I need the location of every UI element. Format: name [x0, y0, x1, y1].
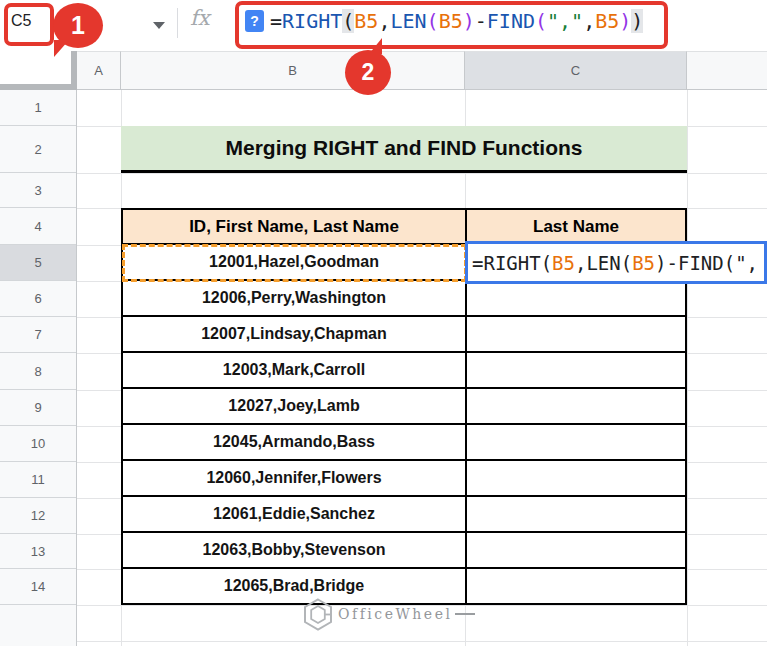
divider	[177, 8, 178, 38]
row-header-3[interactable]: 3	[0, 173, 76, 208]
formula-token: (	[535, 9, 547, 33]
watermark-dash	[455, 613, 475, 615]
cell-formula-token: ,LEN(	[575, 252, 632, 274]
cell-c8[interactable]	[467, 353, 685, 389]
formula-input[interactable]: = RIGHT ( B5 , LEN ( B5 ) - FIND ( "," ,…	[270, 2, 643, 40]
cell-formula-token: B5	[632, 252, 655, 274]
cell-b11[interactable]: 12060,Jennifer,Flowers	[123, 461, 467, 497]
formula-token: -	[475, 9, 487, 33]
cell-c11[interactable]	[467, 461, 685, 497]
row-header-12[interactable]: 12	[0, 498, 76, 534]
cell-b5[interactable]: 12001,Hazel,Goodman	[123, 245, 467, 281]
column-header-c[interactable]: C	[465, 51, 687, 90]
active-cell-editor[interactable]: =RIGHT( B5 ,LEN( B5 )-FIND(",	[465, 241, 767, 284]
balloon-tail	[54, 40, 69, 57]
row-header-11[interactable]: 11	[0, 462, 76, 498]
row-header-1[interactable]: 1	[0, 90, 76, 126]
formula-token: (	[427, 9, 439, 33]
cell-c12[interactable]	[467, 497, 685, 533]
formula-token: ,	[378, 9, 390, 33]
officewheel-logo-icon	[303, 598, 333, 631]
column-header-b[interactable]: B	[121, 51, 465, 90]
cell-c9[interactable]	[467, 389, 685, 425]
cell-c13[interactable]	[467, 533, 685, 569]
cell-b8[interactable]: 12003,Mark,Carroll	[123, 353, 467, 389]
formula-token: )	[619, 9, 631, 33]
formula-token: B5	[439, 9, 463, 33]
formula-token: FIND	[487, 9, 535, 33]
formula-token: =	[270, 9, 282, 33]
formula-token: )	[463, 9, 475, 33]
row-header-14[interactable]: 14	[0, 569, 76, 605]
annotation-number: 2	[362, 59, 375, 86]
cell-c6[interactable]	[467, 281, 685, 317]
watermark: OfficeWheel	[303, 596, 475, 632]
gridline	[77, 641, 767, 642]
cell-b7[interactable]: 12007,Lindsay,Chapman	[123, 317, 467, 353]
column-header-d[interactable]	[687, 51, 767, 90]
name-box[interactable]: C5	[11, 12, 31, 30]
formula-token: B5	[595, 9, 619, 33]
row-header-6[interactable]: 6	[0, 281, 76, 317]
cell-formula-token: )-FIND(",	[655, 252, 758, 274]
function-help-icon[interactable]: ?	[245, 10, 264, 32]
chevron-down-icon[interactable]	[153, 22, 165, 29]
row-header-2[interactable]: 2	[0, 126, 76, 173]
gridline	[77, 173, 767, 174]
cell-c7[interactable]	[467, 317, 685, 353]
fx-icon: fx	[190, 6, 210, 30]
formula-token: ,	[583, 9, 595, 33]
row-header-column: 1 2 3 4 5 6 7 8 9 10 11 12 13 14	[0, 90, 77, 646]
step-annotation-1: 1	[53, 3, 103, 48]
formula-toolbar: C5 fx ? = RIGHT ( B5 , LEN ( B5 ) - FIND…	[0, 0, 767, 51]
row-header-5[interactable]: 5	[0, 245, 76, 281]
cell-b12[interactable]: 12061,Eddie,Sanchez	[123, 497, 467, 533]
balloon-tail	[369, 38, 382, 54]
row-header-8[interactable]: 8	[0, 353, 76, 390]
cell-b9[interactable]: 12027,Joey,Lamb	[123, 389, 467, 425]
step-annotation-2: 2	[345, 50, 391, 95]
cell-formula-token: B5	[552, 252, 575, 274]
column-header-a[interactable]: A	[77, 51, 121, 90]
cell-b6[interactable]: 12006,Perry,Washington	[123, 281, 467, 317]
watermark-text: OfficeWheel	[338, 606, 452, 622]
row-header-13[interactable]: 13	[0, 534, 76, 569]
row-header-blank[interactable]	[0, 605, 76, 645]
formula-token: )	[631, 9, 643, 33]
annotation-number: 1	[71, 11, 85, 40]
cell-b10[interactable]: 12045,Armando,Bass	[123, 425, 467, 461]
formula-token: B5	[354, 9, 378, 33]
spreadsheet-screenshot: C5 fx ? = RIGHT ( B5 , LEN ( B5 ) - FIND…	[0, 0, 767, 646]
row-header-7[interactable]: 7	[0, 317, 76, 353]
row-header-4[interactable]: 4	[0, 208, 76, 245]
formula-token: RIGHT	[282, 9, 342, 33]
table-header-id-first-last[interactable]: ID, First Name, Last Name	[123, 210, 467, 245]
row-header-9[interactable]: 9	[0, 390, 76, 426]
cell-c10[interactable]	[467, 425, 685, 461]
title-cell[interactable]: Merging RIGHT and FIND Functions	[121, 126, 687, 173]
cell-b13[interactable]: 12063,Bobby,Stevenson	[123, 533, 467, 569]
row-header-10[interactable]: 10	[0, 426, 76, 462]
formula-token: (	[342, 9, 354, 33]
formula-token: ","	[547, 9, 583, 33]
cell-formula-token: =RIGHT(	[472, 252, 552, 274]
cell-c14[interactable]	[467, 569, 685, 603]
table-header-last-name[interactable]: Last Name	[467, 210, 685, 245]
formula-token: LEN	[390, 9, 426, 33]
